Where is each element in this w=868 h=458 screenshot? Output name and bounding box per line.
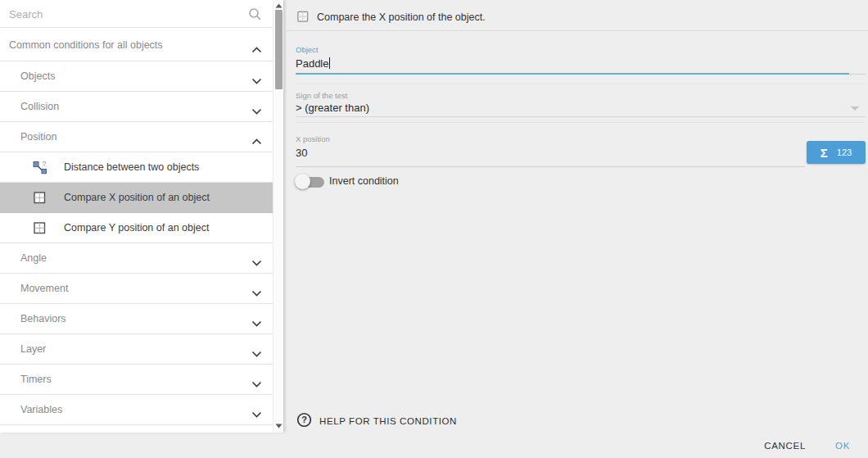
chevron-down-icon xyxy=(251,255,262,261)
sidebar-item-label: Layer xyxy=(20,343,46,355)
help-question-icon: ? xyxy=(296,412,312,431)
sidebar-item-compare-y-position-of-an-object[interactable]: Compare Y position of an object xyxy=(0,213,274,243)
sidebar-item-position[interactable]: Position xyxy=(0,122,274,152)
condition-title: Compare the X position of the object. xyxy=(317,11,486,23)
numbers-icon: 123 xyxy=(837,147,852,157)
compare-position-icon xyxy=(296,10,310,23)
compare-position-icon xyxy=(33,191,47,205)
sidebar-item-angle[interactable]: Angle xyxy=(0,243,274,274)
sidebar-item-movement[interactable]: Movement xyxy=(0,274,274,304)
chevron-down-icon xyxy=(251,376,262,383)
sign-select[interactable]: > (greater than) xyxy=(296,102,369,114)
sidebar-item-label: Timers xyxy=(20,374,52,385)
chevron-down-icon xyxy=(251,315,262,322)
chevron-down-icon[interactable] xyxy=(851,107,859,111)
sidebar-item-distance-between-two-objects[interactable]: Distance between two objects? xyxy=(0,152,274,183)
sign-field-block: Sign of the test > (greater than) xyxy=(296,85,866,123)
sidebar-item-label: Movement xyxy=(20,283,68,294)
x-position-field-block: X position 30 Σ 123 xyxy=(296,124,866,175)
condition-editor-dialog: Common conditions for all objectsObjects… xyxy=(0,0,868,458)
ok-button[interactable]: OK xyxy=(835,441,850,451)
scrollbar-thumb[interactable] xyxy=(275,10,283,89)
invert-condition-row: Invert condition xyxy=(296,170,541,193)
sidebar-item-objects[interactable]: Objects xyxy=(0,61,274,92)
conditions-sidebar: Common conditions for all objectsObjects… xyxy=(0,0,284,433)
sidebar-item-layer[interactable]: Layer xyxy=(0,334,274,365)
sign-field-label: Sign of the test xyxy=(296,91,347,100)
sigma-icon: Σ xyxy=(821,146,828,160)
search-icon xyxy=(248,7,262,21)
search-row xyxy=(0,0,283,28)
svg-text:?: ? xyxy=(301,415,307,424)
sidebar-item-label: Objects xyxy=(20,70,55,82)
object-field-label: Object xyxy=(296,45,318,54)
chevron-down-icon xyxy=(251,406,262,413)
chevron-up-icon xyxy=(251,42,262,48)
dialog-actions: CANCEL OK xyxy=(764,441,850,451)
sidebar-item-variables[interactable]: Variables xyxy=(0,395,274,425)
search-input[interactable] xyxy=(9,4,238,24)
sidebar-item-label: Common conditions for all objects xyxy=(9,39,163,51)
sidebar-item-compare-x-position-of-an-object[interactable]: Compare X position of an object xyxy=(0,183,274,213)
svg-text:?: ? xyxy=(43,161,47,169)
expression-editor-button[interactable]: Σ 123 xyxy=(807,141,866,164)
sidebar-item-label: Distance between two objects xyxy=(64,161,199,173)
sign-field-underline xyxy=(296,116,866,117)
sidebar-item-label: Variables xyxy=(20,404,62,415)
cancel-button[interactable]: CANCEL xyxy=(764,441,806,451)
invert-condition-label: Invert condition xyxy=(329,175,399,187)
x-position-field-underline xyxy=(296,166,805,167)
toggle-knob xyxy=(295,174,310,189)
object-field-underline xyxy=(296,73,866,75)
chevron-up-icon xyxy=(251,134,262,140)
sidebar-item-common-conditions-for-all-objects[interactable]: Common conditions for all objects xyxy=(0,29,274,61)
text-cursor xyxy=(329,57,330,69)
compare-position-icon xyxy=(33,221,47,235)
sidebar-item-label: Behaviors xyxy=(20,313,66,324)
sidebar-item-timers[interactable]: Timers xyxy=(0,365,274,395)
sidebar-item-label: Compare X position of an object xyxy=(64,192,210,203)
object-field-block: Object Paddle xyxy=(296,31,866,84)
help-button-label: HELP FOR THIS CONDITION xyxy=(319,416,457,426)
sidebar-item-label: Collision xyxy=(20,101,59,112)
chevron-down-icon xyxy=(251,73,262,79)
distance-icon: ? xyxy=(33,161,47,175)
condition-detail-panel: Compare the X position of the object. Ob… xyxy=(287,0,868,458)
condition-header: Compare the X position of the object. xyxy=(287,0,868,31)
chevron-down-icon xyxy=(251,103,262,110)
sidebar-item-behaviors[interactable]: Behaviors xyxy=(0,304,274,334)
conditions-list: Common conditions for all objectsObjects… xyxy=(0,29,274,425)
object-field-input[interactable]: Paddle xyxy=(296,57,330,70)
invert-condition-toggle[interactable] xyxy=(296,170,325,190)
sidebar-item-label: Compare Y position of an object xyxy=(64,222,209,234)
sidebar-item-label: Position xyxy=(20,131,57,143)
x-position-field-label: X position xyxy=(296,134,330,143)
help-button[interactable]: ? HELP FOR THIS CONDITION xyxy=(296,412,457,430)
x-position-input[interactable]: 30 xyxy=(296,147,307,159)
chevron-down-icon xyxy=(251,285,262,292)
sidebar-scrollbar[interactable] xyxy=(273,0,283,433)
scroll-down-icon[interactable] xyxy=(274,421,284,431)
chevron-down-icon xyxy=(251,346,262,352)
sidebar-item-collision[interactable]: Collision xyxy=(0,92,274,122)
sidebar-item-label: Angle xyxy=(20,252,47,264)
